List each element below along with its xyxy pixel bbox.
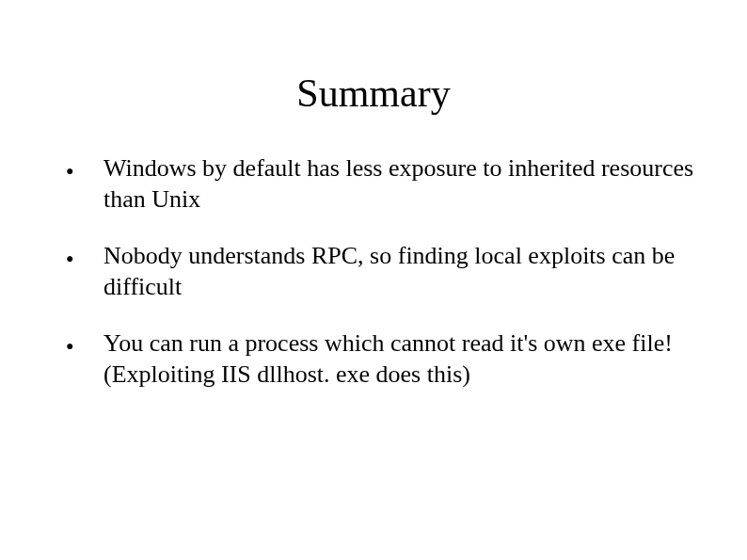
- list-item: ● Windows by default has less exposure t…: [66, 153, 700, 215]
- bullet-text: Nobody understands RPC, so finding local…: [103, 242, 675, 300]
- bullet-icon: ●: [66, 250, 73, 267]
- bullet-icon: ●: [66, 338, 73, 355]
- list-item: ● You can run a process which cannot rea…: [66, 328, 700, 390]
- bullet-text: You can run a process which cannot read …: [103, 329, 673, 388]
- list-item: ● Nobody understands RPC, so finding loc…: [66, 241, 700, 302]
- slide-title: Summary: [47, 71, 700, 116]
- bullet-list: ● Windows by default has less exposure t…: [47, 153, 700, 390]
- bullet-text: Windows by default has less exposure to …: [103, 154, 693, 213]
- bullet-icon: ●: [66, 163, 73, 180]
